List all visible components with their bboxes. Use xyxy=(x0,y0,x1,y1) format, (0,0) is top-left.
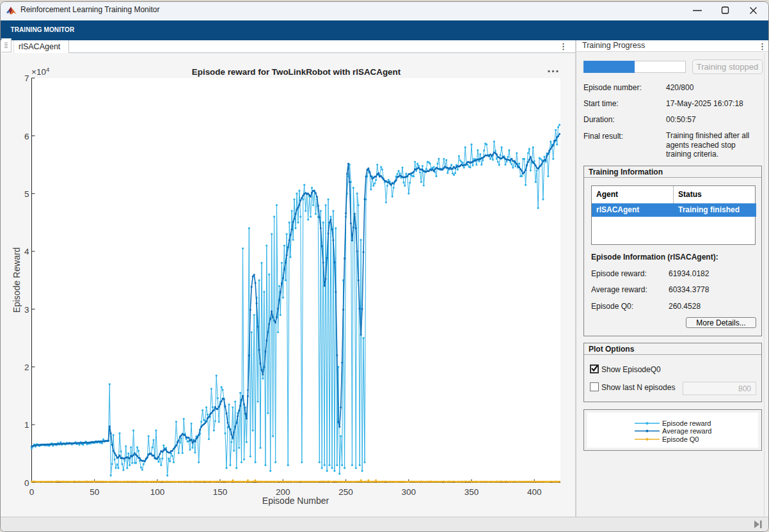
svg-text:400: 400 xyxy=(527,487,542,497)
svg-text:Episode Number: Episode Number xyxy=(262,496,329,506)
svg-text:Average reward: Average reward xyxy=(662,427,711,435)
svg-text:50: 50 xyxy=(90,487,99,497)
svg-text:Episode Q0: Episode Q0 xyxy=(662,435,699,443)
svg-text:Episode reward for TwoLinkRobo: Episode reward for TwoLinkRobot with rlS… xyxy=(192,67,401,77)
svg-text:100: 100 xyxy=(150,487,165,497)
svg-text:0: 0 xyxy=(24,478,29,488)
svg-text:2: 2 xyxy=(24,363,29,372)
svg-text:0: 0 xyxy=(29,487,35,497)
svg-text:4: 4 xyxy=(24,247,29,256)
svg-text:6: 6 xyxy=(24,132,29,141)
svg-text:3: 3 xyxy=(24,305,29,315)
svg-text:150: 150 xyxy=(213,487,228,497)
svg-text:Episode reward: Episode reward xyxy=(662,419,711,427)
svg-text:300: 300 xyxy=(402,487,416,497)
svg-text:5: 5 xyxy=(24,189,29,199)
svg-text:7: 7 xyxy=(24,74,29,83)
svg-text:250: 250 xyxy=(338,487,353,497)
svg-text:1: 1 xyxy=(24,420,29,430)
svg-text:Episode Reward: Episode Reward xyxy=(12,247,22,313)
svg-text:350: 350 xyxy=(464,487,479,497)
